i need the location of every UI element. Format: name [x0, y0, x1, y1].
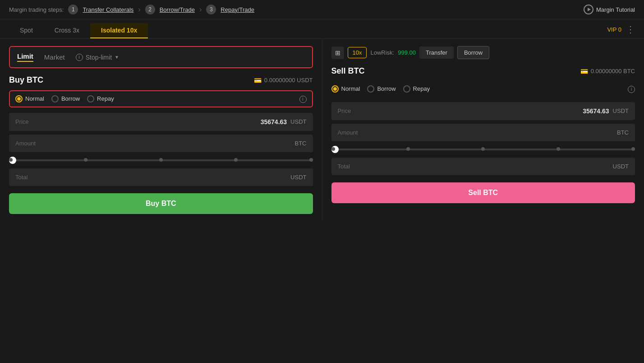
- order-type-limit[interactable]: Limit: [17, 52, 33, 62]
- sell-radio-repay[interactable]: Repay: [403, 85, 430, 93]
- tab-right-controls: VIP 0 ⋮: [607, 24, 635, 37]
- tutorial-button[interactable]: Margin Tutorial: [584, 5, 635, 14]
- sell-radio-borrow-label: Borrow: [377, 85, 396, 92]
- step3-link[interactable]: Repay/Trade: [221, 6, 254, 13]
- sell-radio-repay-circle: [403, 85, 410, 93]
- sell-title: Sell BTC: [331, 66, 365, 76]
- sell-radio-borrow[interactable]: Borrow: [367, 85, 396, 93]
- tab-cross[interactable]: Cross 3x: [44, 23, 90, 38]
- leverage-button[interactable]: 10x: [348, 47, 367, 58]
- buy-slider-row[interactable]: [9, 156, 313, 165]
- main-content: Limit Market i Stop-limit ▼ Buy BTC 💳 0.…: [0, 39, 644, 221]
- sell-radio-normal-circle: [331, 85, 339, 93]
- sell-radio-repay-label: Repay: [413, 85, 430, 92]
- sell-radio-group: Normal Borrow Repay i: [331, 81, 635, 97]
- sell-radio-normal[interactable]: Normal: [331, 85, 360, 93]
- sell-radio-info[interactable]: i: [628, 85, 635, 93]
- buy-info-icon: i: [299, 96, 307, 103]
- buy-radio-borrow-circle: [51, 95, 59, 102]
- buy-amount-label: Amount: [15, 140, 36, 147]
- order-type-market[interactable]: Market: [44, 53, 65, 61]
- sell-price-currency: USDT: [613, 107, 629, 114]
- sell-price-field[interactable]: Price 35674.63 USDT: [331, 102, 635, 120]
- sell-price-value: 35674.63: [583, 107, 609, 115]
- sell-radio-normal-label: Normal: [341, 85, 360, 92]
- buy-panel: Limit Market i Stop-limit ▼ Buy BTC 💳 0.…: [0, 39, 322, 221]
- sell-amount-currency: BTC: [617, 129, 629, 136]
- tab-isolated[interactable]: Isolated 10x: [90, 23, 148, 38]
- sell-slider-dot-100: [631, 147, 635, 151]
- step1-link[interactable]: Transfer Collaterals: [83, 6, 133, 13]
- buy-radio-normal-circle: [15, 95, 23, 102]
- buy-balance-info: 💳 0.00000000 USDT: [254, 77, 313, 84]
- sell-amount-field[interactable]: Amount BTC: [331, 124, 635, 141]
- play-icon: [584, 5, 593, 14]
- sell-wallet-icon: 💳: [580, 68, 588, 75]
- top-bar: Margin trading steps: 1 Transfer Collate…: [0, 0, 644, 19]
- tab-row: Spot Cross 3x Isolated 10x VIP 0 ⋮: [0, 19, 644, 39]
- buy-slider-dot-0: [9, 158, 13, 162]
- borrow-button[interactable]: Borrow: [457, 46, 489, 59]
- sell-button[interactable]: Sell BTC: [331, 182, 635, 203]
- sell-slider-row[interactable]: [331, 145, 635, 154]
- sell-slider-dot-25: [406, 147, 410, 151]
- buy-price-label: Price: [15, 118, 29, 125]
- buy-slider-track[interactable]: [9, 159, 313, 161]
- stoplimit-chevron: ▼: [115, 55, 119, 60]
- buy-price-field[interactable]: Price 35674.63 USDT: [9, 113, 313, 131]
- margin-steps-label: Margin trading steps:: [9, 6, 64, 13]
- sell-radio-borrow-circle: [367, 85, 374, 93]
- buy-radio-info[interactable]: i: [299, 95, 307, 103]
- buy-amount-currency: BTC: [295, 140, 307, 147]
- step2-link[interactable]: Borrow/Trade: [160, 6, 195, 13]
- buy-total-currency: USDT: [290, 174, 306, 181]
- buy-radio-normal-label: Normal: [25, 95, 44, 102]
- sell-balance: 0.00000000 BTC: [591, 68, 635, 74]
- sell-total-field[interactable]: Total USDT: [331, 158, 635, 175]
- vip-label: VIP 0: [607, 26, 621, 33]
- transfer-button[interactable]: Transfer: [419, 47, 454, 59]
- buy-balance: 0.00000000 USDT: [264, 77, 313, 84]
- step1-num: 1: [68, 5, 78, 14]
- wallet-icon: 💳: [254, 77, 262, 84]
- sell-trade-header: Sell BTC 💳 0.00000000 BTC: [331, 66, 635, 76]
- buy-price-value-group: 35674.63 USDT: [261, 118, 307, 126]
- sell-slider-track[interactable]: [331, 149, 635, 150]
- sell-balance-info: 💳 0.00000000 BTC: [580, 68, 635, 75]
- buy-radio-repay-circle: [87, 95, 94, 102]
- sell-info-icon: i: [628, 86, 635, 93]
- buy-radio-normal[interactable]: Normal: [15, 95, 44, 102]
- buy-slider-dot-25: [84, 158, 87, 162]
- buy-price-value: 35674.63: [261, 118, 287, 126]
- buy-radio-borrow-label: Borrow: [61, 95, 80, 102]
- sell-amount-label: Amount: [338, 129, 358, 136]
- sell-slider-dot-75: [557, 147, 560, 151]
- buy-slider-dot-100: [309, 158, 313, 162]
- low-risk-value: 999.00: [398, 49, 416, 56]
- buy-radio-repay[interactable]: Repay: [87, 95, 114, 102]
- buy-button[interactable]: Buy BTC: [9, 193, 313, 214]
- buy-radio-borrow[interactable]: Borrow: [51, 95, 80, 102]
- low-risk-label: LowRisk:: [370, 49, 394, 56]
- step3-num: 3: [206, 5, 216, 14]
- sell-price-label: Price: [338, 107, 351, 114]
- buy-amount-field[interactable]: Amount BTC: [9, 135, 313, 152]
- stoplimit-label: Stop-limit: [86, 54, 112, 61]
- buy-slider-dots: [9, 158, 313, 162]
- buy-trade-header: Buy BTC 💳 0.00000000 USDT: [9, 75, 313, 85]
- more-icon[interactable]: ⋮: [626, 24, 635, 35]
- buy-total-field[interactable]: Total USDT: [9, 168, 313, 186]
- order-type-stoplimit[interactable]: i Stop-limit ▼: [76, 54, 119, 61]
- stoplimit-info-icon: i: [76, 54, 83, 61]
- sell-total-label: Total: [338, 163, 350, 170]
- calculator-icon[interactable]: ⊞: [331, 47, 344, 59]
- buy-slider-dot-75: [234, 158, 238, 162]
- buy-title: Buy BTC: [9, 75, 43, 85]
- sell-price-value-group: 35674.63 USDT: [583, 107, 629, 115]
- sell-slider-dots: [331, 147, 635, 151]
- sell-slider-dot-0: [331, 147, 335, 151]
- step2-num: 2: [145, 5, 155, 14]
- buy-price-currency: USDT: [290, 118, 306, 125]
- tab-spot[interactable]: Spot: [9, 23, 44, 38]
- order-type-selector: Limit Market i Stop-limit ▼: [9, 46, 313, 68]
